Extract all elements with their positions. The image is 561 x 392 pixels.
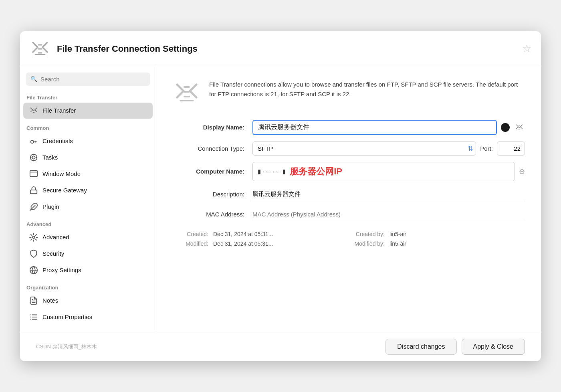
metadata-section: Created: Dec 31, 2024 at 05:31... Create… bbox=[172, 231, 525, 247]
search-icon: 🔍 bbox=[30, 76, 37, 82]
sidebar-item-secure-gateway[interactable]: Secure Gateway bbox=[23, 182, 153, 198]
created-row: Created: Dec 31, 2024 at 05:31... bbox=[172, 231, 349, 237]
blurred-ip: ▮ · · · · · · ▮ bbox=[258, 168, 286, 175]
modified-by-row: Modified by: lin5-air bbox=[349, 240, 525, 247]
plugin-label: Plugin bbox=[42, 203, 59, 210]
sidebar-item-window-mode[interactable]: Window Mode bbox=[23, 166, 153, 182]
file-transfer-icon bbox=[29, 106, 38, 115]
app-icon bbox=[30, 38, 50, 59]
common-section-label: Common bbox=[20, 123, 156, 133]
tasks-label: Tasks bbox=[42, 154, 58, 161]
display-name-control-group bbox=[252, 120, 525, 135]
favorite-icon[interactable]: ☆ bbox=[522, 42, 531, 55]
modified-value: Dec 31, 2024 at 05:31... bbox=[213, 240, 273, 247]
modified-label: Modified: bbox=[172, 240, 208, 247]
custom-props-label: Custom Properties bbox=[42, 313, 92, 320]
plugin-icon bbox=[29, 202, 38, 212]
svg-rect-3 bbox=[30, 170, 37, 176]
search-container: 🔍 bbox=[20, 73, 156, 92]
sidebar-item-advanced[interactable]: Advanced bbox=[23, 229, 153, 245]
secure-gateway-label: Secure Gateway bbox=[42, 187, 87, 194]
credentials-icon bbox=[29, 136, 38, 146]
sidebar-item-file-transfer[interactable]: File Transfer bbox=[23, 103, 153, 119]
notes-label: Notes bbox=[42, 297, 58, 304]
sidebar-item-security[interactable]: Security bbox=[23, 246, 153, 262]
sidebar-item-tasks[interactable]: Tasks bbox=[23, 150, 153, 166]
title-bar: File Transfer Connection Settings ☆ bbox=[20, 31, 541, 66]
window-mode-icon bbox=[29, 169, 38, 179]
connection-type-select-wrapper: SFTP FTP SCP ⇅ bbox=[252, 141, 476, 156]
search-box[interactable]: 🔍 bbox=[26, 73, 150, 86]
sidebar-file-transfer-label: File Transfer bbox=[42, 107, 76, 114]
custom-props-icon bbox=[29, 312, 38, 322]
proxy-label: Proxy Settings bbox=[42, 267, 81, 273]
port-label: Port: bbox=[480, 145, 493, 152]
description-row: Description: bbox=[172, 188, 525, 201]
port-input[interactable] bbox=[497, 141, 525, 156]
mac-address-row: MAC Address: bbox=[172, 208, 525, 221]
connection-type-select[interactable]: SFTP FTP SCP bbox=[252, 141, 476, 156]
main-window: File Transfer Connection Settings ☆ 🔍 Fi… bbox=[20, 31, 541, 361]
file-transfer-section-label: File Transfer bbox=[20, 92, 156, 102]
secure-gateway-icon bbox=[29, 186, 38, 195]
advanced-section-label: Advanced bbox=[20, 219, 156, 229]
sidebar-item-notes[interactable]: Notes bbox=[23, 293, 153, 309]
info-banner-text: File Transfer connections allow you to b… bbox=[209, 78, 525, 99]
computer-name-control: ▮ · · · · · · ▮ 服务器公网IP ⊖ bbox=[252, 162, 525, 181]
modified-by-label: Modified by: bbox=[349, 240, 385, 247]
display-name-label: Display Name: bbox=[172, 124, 252, 131]
security-icon bbox=[29, 249, 38, 259]
proxy-icon bbox=[29, 265, 38, 275]
description-label: Description: bbox=[172, 191, 252, 198]
description-input[interactable] bbox=[252, 188, 525, 201]
server-ip-hint: 服务器公网IP bbox=[290, 166, 342, 178]
svg-point-0 bbox=[31, 140, 34, 143]
advanced-icon bbox=[29, 232, 38, 242]
color-indicator[interactable] bbox=[501, 123, 510, 132]
computer-name-label: Computer Name: bbox=[172, 168, 252, 175]
sidebar-item-credentials[interactable]: Credentials bbox=[23, 133, 153, 149]
sidebar-item-plugin[interactable]: Plugin bbox=[23, 199, 153, 215]
created-label: Created: bbox=[172, 231, 208, 237]
sidebar-item-proxy[interactable]: Proxy Settings bbox=[23, 262, 153, 278]
mac-address-label: MAC Address: bbox=[172, 211, 252, 218]
magnifier-icon[interactable]: ⊖ bbox=[519, 167, 525, 176]
org-section-label: Organization bbox=[20, 282, 156, 292]
info-banner-icon bbox=[172, 78, 201, 107]
sidebar: 🔍 File Transfer File Transfer bbox=[20, 66, 156, 332]
security-label: Security bbox=[42, 250, 64, 257]
connection-type-control-group: SFTP FTP SCP ⇅ Port: bbox=[252, 141, 525, 156]
svg-point-1 bbox=[32, 156, 35, 159]
mac-address-input[interactable] bbox=[252, 208, 525, 221]
tasks-icon bbox=[29, 153, 38, 162]
window-title: File Transfer Connection Settings bbox=[57, 44, 522, 54]
info-banner: File Transfer connections allow you to b… bbox=[172, 78, 525, 107]
right-panel: File Transfer connections allow you to b… bbox=[156, 66, 541, 332]
watermark: CSDN @清风细雨_林木木 bbox=[36, 343, 97, 350]
svg-rect-4 bbox=[30, 190, 37, 194]
created-by-row: Created by: lin5-air bbox=[349, 231, 525, 237]
credentials-label: Credentials bbox=[42, 137, 73, 144]
created-by-label: Created by: bbox=[349, 231, 385, 237]
notes-icon bbox=[29, 296, 38, 305]
computer-name-row: Computer Name: ▮ · · · · · · ▮ 服务器公网IP ⊖ bbox=[172, 162, 525, 181]
modified-by-value: lin5-air bbox=[389, 240, 406, 247]
main-content: 🔍 File Transfer File Transfer bbox=[20, 66, 541, 332]
search-input[interactable] bbox=[40, 76, 145, 83]
discard-button[interactable]: Discard changes bbox=[385, 339, 456, 355]
display-name-extra-icon[interactable] bbox=[514, 122, 525, 133]
advanced-label: Advanced bbox=[42, 234, 69, 240]
created-value: Dec 31, 2024 at 05:31... bbox=[213, 231, 273, 237]
created-by-value: lin5-air bbox=[389, 231, 406, 237]
connection-type-label: Connection Type: bbox=[172, 145, 252, 152]
window-mode-label: Window Mode bbox=[42, 170, 81, 177]
connection-type-row: Connection Type: SFTP FTP SCP ⇅ Port: bbox=[172, 141, 525, 156]
form-section: Display Name: bbox=[172, 120, 525, 324]
apply-close-button[interactable]: Apply & Close bbox=[462, 339, 525, 355]
sidebar-item-custom-props[interactable]: Custom Properties bbox=[23, 309, 153, 325]
modified-row: Modified: Dec 31, 2024 at 05:31... bbox=[172, 240, 349, 247]
svg-point-6 bbox=[32, 236, 35, 238]
display-name-input[interactable] bbox=[252, 120, 497, 135]
computer-name-field[interactable]: ▮ · · · · · · ▮ 服务器公网IP bbox=[252, 162, 515, 181]
display-name-row: Display Name: bbox=[172, 120, 525, 135]
